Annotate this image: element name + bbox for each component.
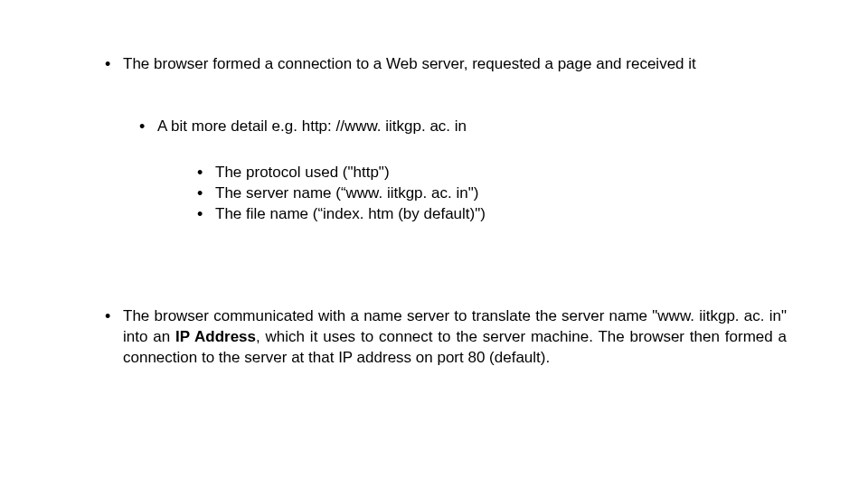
bullet-main-1: The browser formed a connection to a Web… — [101, 54, 787, 75]
bullet-server-text: The server name (“www. iitkgp. ac. in") — [215, 184, 478, 202]
bullet-2-text: The browser communicated with a name ser… — [123, 306, 787, 369]
bullet-protocol: The protocol used ("http") — [193, 163, 787, 183]
bullet-main-2: The browser communicated with a name ser… — [101, 306, 787, 369]
bullet-filename: The file name (“index. htm (by default)"… — [193, 204, 787, 225]
bullet-detail: A bit more detail e.g. http: //www. iitk… — [136, 117, 787, 137]
bullet-server: The server name (“www. iitkgp. ac. in") — [193, 183, 787, 204]
bullet-filename-text: The file name (“index. htm (by default)"… — [215, 205, 486, 222]
bullet-1-text: The browser formed a connection to a Web… — [123, 55, 696, 72]
bullet-detail-text: A bit more detail e.g. http: //www. iitk… — [157, 117, 467, 135]
ip-address-bold: IP Address — [175, 328, 256, 345]
bullet-protocol-text: The protocol used ("http") — [215, 164, 390, 181]
